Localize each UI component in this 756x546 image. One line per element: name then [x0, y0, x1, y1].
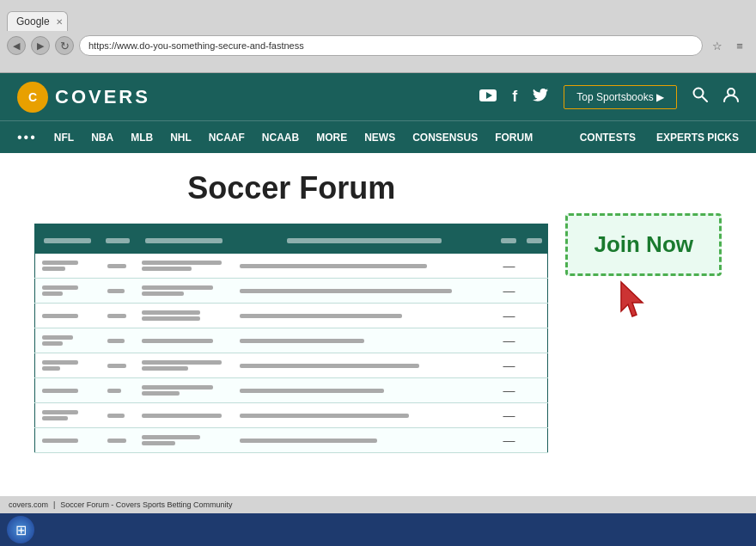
table-row: —: [35, 328, 548, 353]
row3-col1: [35, 304, 101, 328]
line-50: [240, 339, 364, 343]
nav-item-ncaaf[interactable]: NCAAF: [209, 132, 245, 144]
address-bar[interactable]: https://www.do-you-something-secure-and-…: [79, 35, 703, 56]
row6-val: [521, 378, 548, 403]
logo-text: COVERS: [55, 86, 150, 108]
start-button[interactable]: ⊞: [7, 516, 34, 543]
search-icon[interactable]: [692, 87, 708, 107]
col-header-2: [101, 224, 135, 255]
line-50: [42, 416, 68, 420]
line-85: [240, 289, 452, 293]
nav-item-contests[interactable]: CONTESTS: [580, 132, 636, 144]
logo-area: C COVERS: [17, 82, 150, 113]
line-xs: [42, 291, 63, 296]
facebook-icon[interactable]: f: [512, 88, 517, 106]
line-short: [42, 285, 78, 290]
row8-col4: [233, 428, 497, 453]
row8-dash: —: [496, 428, 521, 453]
col5-header-bar: [501, 238, 516, 243]
row1-col1: [35, 254, 101, 279]
row2-col4: [233, 279, 497, 304]
website-content: C COVERS f Top Sportsbooks ▶: [0, 73, 756, 546]
line-med: [142, 285, 214, 290]
line-70: [142, 316, 201, 321]
site-header: C COVERS f Top Sportsbooks ▶: [0, 73, 756, 120]
nav-item-ncaab[interactable]: NCAAB: [262, 132, 299, 144]
row4-val: [521, 328, 548, 353]
line-68: [240, 414, 410, 418]
line-short: [142, 435, 201, 439]
nav-item-news[interactable]: NEWS: [364, 132, 395, 144]
header-right: f Top Sportsbooks ▶: [479, 85, 739, 109]
nav-item-forum[interactable]: FORUM: [495, 132, 533, 144]
svg-marker-5: [621, 282, 643, 316]
line-med: [107, 289, 125, 293]
nav-item-consensus[interactable]: CONSENSUS: [412, 132, 478, 144]
line-40: [42, 341, 63, 346]
col-header-4: [233, 224, 497, 255]
line-45: [142, 391, 180, 396]
nav-dots-icon[interactable]: •••: [17, 130, 37, 145]
row4-col4: [233, 328, 497, 353]
row6-dash: —: [496, 378, 521, 403]
row3-col2: [101, 304, 135, 328]
tab-bar: Google ✕: [0, 0, 756, 31]
row3-val: [521, 304, 548, 328]
row4-col2: [101, 328, 135, 353]
line-60: [42, 335, 73, 340]
back-button[interactable]: ◀: [7, 36, 26, 55]
row2-col3: [135, 279, 233, 304]
line-short: [42, 389, 78, 393]
bookmark-icon[interactable]: ☆: [708, 36, 727, 55]
browser-nav-icons: ☆ ≡: [708, 36, 749, 55]
line-72: [240, 364, 419, 368]
col2-header-bar: [106, 238, 130, 243]
join-now-button[interactable]: Join Now: [565, 213, 722, 276]
browser-tab[interactable]: Google ✕: [7, 11, 68, 31]
sportsbooks-button[interactable]: Top Sportsbooks ▶: [564, 85, 677, 109]
line-xs: [42, 267, 65, 271]
menu-icon[interactable]: ≡: [730, 36, 749, 55]
col1-header-bar: [44, 238, 91, 243]
user-icon[interactable]: [723, 87, 739, 107]
forward-button[interactable]: ▶: [31, 36, 50, 55]
table-row: —: [35, 428, 548, 453]
footer-text-3: Soccer Forum - Covers Sports Betting Com…: [60, 500, 232, 509]
line-short: [42, 261, 78, 265]
tab-close-icon[interactable]: ✕: [56, 17, 63, 27]
nav-right: CONTESTS EXPERTS PICKS: [580, 132, 739, 144]
row8-col3: [135, 428, 233, 453]
row4-dash: —: [496, 328, 521, 353]
nav-item-nfl[interactable]: NFL: [54, 132, 74, 144]
row5-col2: [101, 353, 135, 378]
table-row: —: [35, 403, 548, 428]
taskbar: ⊞: [0, 513, 756, 546]
row7-col4: [233, 403, 497, 428]
row1-col3: [135, 254, 233, 279]
line-med: [107, 339, 125, 343]
line-med: [142, 385, 214, 390]
twitter-icon[interactable]: [533, 89, 548, 105]
line-65: [240, 314, 402, 318]
row4-col1: [35, 328, 101, 353]
youtube-icon[interactable]: [479, 89, 497, 105]
row7-col2: [101, 403, 135, 428]
line-short: [42, 439, 78, 443]
line-58: [240, 389, 385, 393]
nav-item-mlb[interactable]: MLB: [131, 132, 153, 144]
nav-item-experts-picks[interactable]: EXPERTS PICKS: [656, 132, 739, 144]
col-header-6: [521, 224, 548, 255]
row5-col3: [135, 353, 233, 378]
line-short: [42, 314, 78, 318]
nav-item-nba[interactable]: NBA: [91, 132, 113, 144]
row5-dash: —: [496, 353, 521, 378]
nav-item-nhl[interactable]: NHL: [170, 132, 192, 144]
nav-left: ••• NFL NBA MLB NHL NCAAF NCAAB MORE NEW…: [17, 130, 580, 145]
col3-header-bar: [145, 238, 223, 243]
line-long: [142, 261, 222, 265]
line-long: [142, 414, 222, 418]
line-med: [142, 339, 214, 343]
line-long: [107, 439, 127, 443]
nav-item-more[interactable]: MORE: [316, 132, 347, 144]
refresh-button[interactable]: ↻: [55, 36, 74, 55]
